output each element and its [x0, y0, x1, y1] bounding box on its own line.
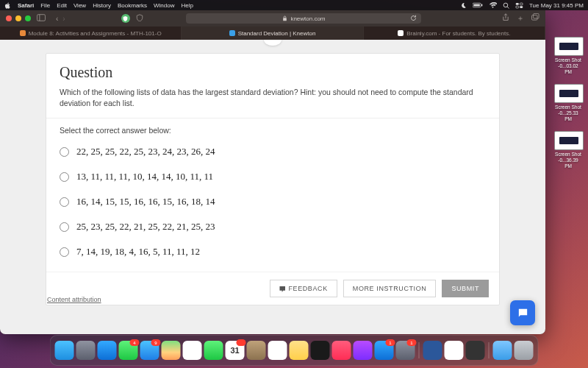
tabs-icon[interactable] — [531, 13, 539, 24]
option-text: 25, 23, 25, 22, 21, 25, 22, 21, 25, 23 — [76, 221, 215, 233]
action-bar: FEEDBACK MORE INSTRUCTION SUBMIT — [46, 272, 499, 305]
menu-file[interactable]: File — [40, 2, 50, 9]
feedback-icon — [279, 286, 285, 292]
dock-trash-icon[interactable] — [514, 341, 534, 360]
menubar-app[interactable]: Safari — [18, 2, 34, 9]
menu-help[interactable]: Help — [181, 2, 193, 9]
privacy-report-icon[interactable] — [136, 14, 143, 23]
dock-word-icon[interactable] — [423, 341, 442, 360]
svg-rect-8 — [520, 6, 523, 8]
minimize-window[interactable] — [15, 15, 21, 21]
option-row[interactable]: 25, 23, 25, 22, 21, 25, 22, 21, 25, 23 — [60, 214, 486, 239]
desktop-file[interactable]: Screen Shot-0...36.39 PM — [554, 131, 582, 169]
option-row[interactable]: 16, 14, 15, 15, 16, 16, 15, 16, 18, 14 — [60, 189, 486, 214]
dock-system-preferences-icon[interactable]: 1 — [396, 341, 415, 360]
dock-finder-icon[interactable] — [55, 341, 74, 360]
content-attribution-link[interactable]: Content attribution — [46, 290, 103, 303]
dock-notes-icon[interactable] — [290, 341, 309, 360]
dock-photos-icon[interactable] — [183, 341, 202, 360]
menu-edit[interactable]: Edit — [57, 2, 67, 9]
option-row[interactable]: 7, 14, 19, 18, 4, 16, 5, 11, 11, 12 — [60, 239, 486, 264]
badge — [237, 339, 246, 346]
dock-mail-icon[interactable]: 9 — [140, 341, 159, 360]
tab-label: Standard Deviation | Knewton — [238, 30, 316, 37]
new-tab-icon[interactable]: ＋ — [517, 13, 524, 24]
forward-button[interactable]: › — [62, 15, 65, 23]
tab-knewton[interactable]: Standard Deviation | Knewton — [182, 26, 363, 40]
menu-history[interactable]: History — [93, 2, 111, 9]
close-window[interactable] — [6, 15, 12, 21]
file-label: Screen Shot-0...03.02 PM — [554, 57, 582, 74]
radio-icon[interactable] — [60, 197, 69, 207]
radio-icon[interactable] — [60, 222, 69, 232]
reload-icon[interactable] — [410, 15, 417, 23]
control-center-icon[interactable] — [515, 2, 523, 9]
share-icon[interactable] — [502, 13, 509, 24]
svg-rect-5 — [516, 3, 519, 5]
svg-rect-7 — [516, 6, 519, 8]
badge: 1 — [407, 339, 417, 346]
radio-icon[interactable] — [60, 147, 69, 157]
option-row[interactable]: 13, 11, 11, 11, 10, 14, 14, 10, 11, 11 — [60, 164, 486, 189]
badge: 1 — [386, 339, 395, 346]
lock-icon — [282, 15, 287, 21]
dock-music-icon[interactable] — [332, 341, 351, 360]
tab-brainly[interactable]: Brainly.com - For students. By students. — [364, 26, 545, 40]
dock-facetime-icon[interactable] — [204, 341, 223, 360]
radio-icon[interactable] — [60, 172, 69, 182]
dock-folder-icon[interactable] — [493, 341, 512, 360]
svg-rect-13 — [534, 13, 539, 18]
more-instruction-button[interactable]: MORE INSTRUCTION — [343, 280, 437, 297]
svg-rect-9 — [37, 15, 45, 21]
chat-icon — [517, 307, 529, 319]
menu-view[interactable]: View — [74, 2, 86, 9]
dock-launchpad-icon[interactable] — [76, 341, 96, 360]
back-button[interactable]: ‹ — [56, 15, 58, 23]
browser-toolbar: ‹ › knewton.com ＋ — [0, 10, 545, 26]
page-content: Question Which of the following lists of… — [0, 40, 545, 334]
wifi-icon[interactable] — [489, 2, 497, 9]
dock-safari-icon[interactable] — [98, 341, 117, 360]
search-icon[interactable] — [503, 2, 509, 9]
address-bar[interactable]: knewton.com — [186, 13, 421, 24]
dock-calendar-icon[interactable]: 31 — [226, 341, 245, 360]
mac-menubar: Safari File Edit View History Bookmarks … — [0, 0, 588, 10]
tab-module8[interactable]: Module 8: Activities and Assignments - M… — [0, 26, 182, 40]
submit-button[interactable]: SUBMIT — [442, 280, 489, 297]
dock-separator — [489, 342, 490, 358]
menu-window[interactable]: Window — [154, 2, 174, 9]
dock-podcasts-icon[interactable] — [354, 341, 373, 360]
dnd-icon[interactable] — [460, 2, 467, 9]
dock-calculator-icon[interactable] — [466, 341, 485, 360]
svg-rect-1 — [473, 4, 479, 7]
desktop-file[interactable]: Screen Shot-0...03.02 PM — [554, 37, 582, 74]
file-label: Screen Shot-0...25.33 PM — [554, 105, 582, 121]
fullscreen-window[interactable] — [25, 15, 31, 21]
svg-rect-2 — [481, 4, 482, 7]
badge: 9 — [151, 339, 161, 346]
dock-appstore-icon[interactable]: 1 — [375, 341, 394, 360]
dock: 493111 — [50, 335, 539, 366]
option-row[interactable]: 22, 25, 25, 22, 25, 23, 24, 23, 26, 24 — [60, 139, 486, 164]
dock-contacts-icon[interactable] — [247, 341, 266, 360]
desktop-file[interactable]: Screen Shot-0...25.33 PM — [554, 84, 582, 121]
menu-bookmarks[interactable]: Bookmarks — [118, 2, 147, 9]
option-text: 16, 14, 15, 15, 16, 16, 15, 16, 18, 14 — [76, 196, 215, 208]
badge: 4 — [130, 339, 140, 346]
dock-chrome-icon[interactable] — [445, 341, 464, 360]
question-instruction: Select the correct answer below: — [46, 118, 499, 139]
dock-reminders-icon[interactable] — [268, 341, 287, 360]
radio-icon[interactable] — [60, 247, 69, 257]
file-label: Screen Shot-0...36.39 PM — [554, 152, 582, 169]
dock-messages-icon[interactable]: 4 — [119, 341, 138, 360]
privacy-shield-icon[interactable] — [121, 14, 130, 23]
feedback-button[interactable]: FEEDBACK — [270, 280, 337, 297]
battery-icon[interactable] — [473, 2, 483, 8]
svg-point-3 — [503, 3, 508, 7]
dock-maps-icon[interactable] — [162, 341, 181, 360]
chat-fab[interactable] — [510, 300, 535, 325]
apple-icon[interactable] — [4, 2, 11, 9]
dock-tv-icon[interactable] — [311, 341, 330, 360]
sidebar-toggle-icon[interactable] — [37, 14, 46, 23]
menubar-clock[interactable]: Tue May 31 9:45 PM — [529, 2, 584, 9]
